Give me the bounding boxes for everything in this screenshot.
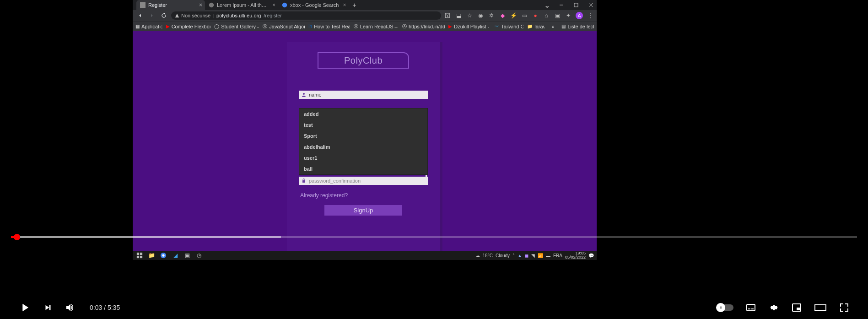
progress-scrubber[interactable] (14, 234, 20, 240)
fullscreen-button[interactable] (839, 302, 850, 313)
notifications-icon[interactable]: 💬 (588, 253, 594, 258)
install-icon[interactable]: ⬓ (455, 12, 462, 19)
terminal-icon[interactable]: ▣ (183, 251, 191, 260)
svg-rect-21 (797, 308, 800, 310)
eye-icon[interactable]: ◉ (477, 12, 484, 19)
bookmark-learn-react[interactable]: Ⓐ Learn ReactJS – Co… (354, 24, 399, 29)
linkedin-icon: in (308, 24, 312, 29)
address-bar[interactable]: Non sécurisé | polyclubs.ulti.eu.org/reg… (171, 11, 441, 20)
tray-icon[interactable]: ◼ (525, 253, 528, 258)
weather-temp: 18°C (483, 253, 493, 258)
tailwind-icon: 〰 (495, 24, 499, 29)
autocomplete-item[interactable]: Sport (299, 130, 427, 141)
battery-icon[interactable]: ▬ (546, 253, 550, 258)
svg-rect-4 (574, 3, 578, 7)
bookmark-applications[interactable]: ▦ Applications (135, 24, 162, 29)
play-button[interactable] (18, 301, 31, 314)
captions-button[interactable] (745, 302, 756, 313)
bookmark-lnkd[interactable]: Ⓐ https://lnkd.in/dd4F… (402, 24, 445, 29)
vscode-icon[interactable]: ◢ (171, 251, 179, 260)
register-card: PolyClub added test Sp (287, 42, 442, 260)
explorer-icon[interactable]: 📁 (147, 251, 156, 260)
tab-xbox[interactable]: xbox - Google Search × (278, 0, 349, 10)
github-icon: ◯ (214, 24, 219, 29)
autoplay-toggle[interactable] (717, 304, 733, 311)
svg-point-14 (162, 254, 164, 256)
tab-lorem[interactable]: Lorem Ipsum - All the facts - Lip… × (205, 0, 278, 10)
close-window-icon[interactable] (588, 2, 594, 8)
key-icon[interactable]: ⚿ (444, 12, 451, 19)
profile-avatar[interactable]: A (576, 12, 583, 19)
chevron-down-icon[interactable]: ⌄ (544, 2, 550, 8)
apps-icon: ▦ (135, 24, 140, 29)
user-icon (301, 92, 307, 98)
bookmark-label: Tailwind CSS (501, 24, 523, 29)
reload-button[interactable] (159, 11, 168, 20)
autocomplete-item[interactable]: user1 (299, 152, 427, 163)
password-confirm-input[interactable] (309, 178, 426, 184)
chrome-icon[interactable] (159, 251, 167, 260)
tab-title: Register (148, 2, 173, 8)
bookmark-js-algo[interactable]: Ⓐ JavaScript Algorith… (263, 24, 305, 29)
reading-list-label: Liste de lecture (567, 24, 594, 29)
tray-icon[interactable]: ◥ (531, 253, 535, 258)
svg-point-1 (209, 3, 214, 8)
svg-point-2 (282, 3, 287, 8)
svg-rect-18 (748, 308, 750, 309)
extensions-icon[interactable]: ✦ (565, 12, 572, 19)
next-button[interactable] (43, 303, 53, 313)
already-registered-link[interactable]: Already registered? (287, 192, 440, 199)
bolt-icon[interactable]: ⚡ (510, 12, 517, 19)
bookmark-student-gallery[interactable]: ◯ Student Gallery – Gi… (214, 24, 259, 29)
tab-register[interactable]: Register × (136, 0, 205, 10)
tray-chevron-icon[interactable]: ˄ (512, 253, 515, 258)
site-icon: Ⓐ (354, 24, 358, 29)
taskbar-clock[interactable]: 19:05 05/02/2022 (565, 251, 586, 260)
svg-rect-19 (751, 308, 754, 309)
new-tab-button[interactable]: + (349, 0, 360, 10)
bookmark-label: Learn ReactJS – Co… (360, 24, 399, 29)
url-path: /register (264, 13, 282, 18)
minimize-icon[interactable] (558, 2, 565, 8)
theater-button[interactable] (814, 302, 827, 313)
autocomplete-item[interactable]: test (299, 119, 427, 130)
clock-icon[interactable]: ◷ (195, 251, 203, 260)
clip-icon[interactable]: ▭ (521, 12, 528, 19)
menu-icon[interactable]: ⋮ (587, 12, 594, 19)
home-icon[interactable]: ⌂ (543, 12, 550, 19)
name-input[interactable] (309, 92, 426, 97)
bookmark-dzukill[interactable]: ▶ Dzukill Playlist - Yo… (448, 24, 491, 29)
star-icon[interactable]: ☆ (466, 12, 473, 19)
language-label[interactable]: FRA (553, 253, 562, 258)
tray-icon[interactable]: ▲ (518, 253, 522, 258)
maximize-icon[interactable] (573, 2, 579, 8)
volume-button[interactable] (65, 302, 76, 313)
atom-icon[interactable]: ✲ (488, 12, 495, 19)
back-button[interactable] (135, 11, 145, 20)
youtube-icon: ▶ (448, 24, 452, 29)
palette-icon[interactable]: ◆ (499, 12, 506, 19)
bookmark-flexbox[interactable]: ▶ Complete Flexbox T… (166, 24, 211, 29)
start-icon[interactable] (135, 251, 144, 260)
stop-icon[interactable]: ● (532, 12, 539, 19)
bookmark-laravel[interactable]: 📁 laravel (527, 24, 545, 29)
bookmarks-overflow[interactable]: » (552, 24, 554, 29)
close-icon[interactable]: × (272, 2, 275, 8)
camera-icon[interactable]: ▣ (554, 12, 561, 19)
autocomplete-item[interactable]: ball (299, 163, 427, 174)
close-icon[interactable]: × (199, 2, 202, 8)
bookmark-label: Student Gallery – Gi… (221, 24, 259, 29)
reading-list[interactable]: ▤ Liste de lecture (561, 24, 594, 29)
progress-loaded (11, 236, 281, 238)
brand-text: PolyClub (344, 55, 383, 66)
settings-button[interactable] (768, 302, 779, 313)
bookmark-tailwind[interactable]: 〰 Tailwind CSS (495, 24, 523, 29)
close-icon[interactable]: × (343, 2, 346, 8)
miniplayer-button[interactable] (791, 302, 802, 313)
bookmark-test-react[interactable]: in How to Test React… (308, 24, 350, 29)
autocomplete-item[interactable]: added (299, 108, 427, 119)
autocomplete-item[interactable]: abdelhalim (299, 141, 427, 152)
signup-button[interactable]: SignUp (324, 205, 402, 216)
progress-bar[interactable] (11, 236, 857, 238)
wifi-icon[interactable]: 📶 (538, 253, 543, 258)
